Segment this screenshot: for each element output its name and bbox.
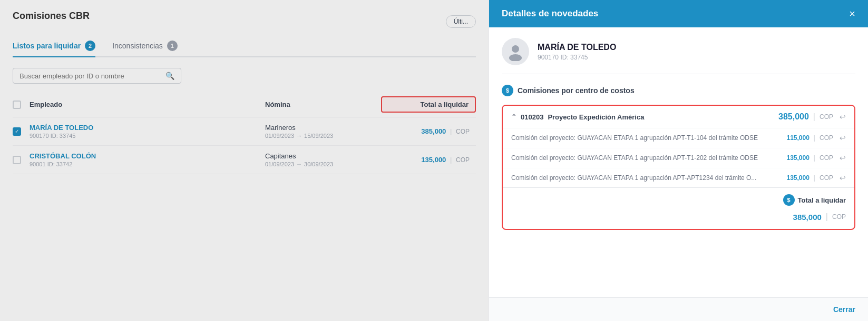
- row1-nomina-name: Marineros: [265, 124, 381, 132]
- drawer-total-currency: COP: [832, 213, 846, 220]
- row1-currency: COP: [456, 128, 470, 135]
- tabs-bar: Listos para liquidar 2 Inconsistencias 1: [13, 41, 476, 57]
- col-header-empleado: Empleado: [30, 101, 265, 108]
- search-input[interactable]: [19, 72, 161, 80]
- drawer-close-button[interactable]: ×: [849, 8, 855, 19]
- commission-amount-2: 135,000 | COP ↩: [786, 154, 846, 162]
- row2-currency: COP: [456, 156, 470, 164]
- drawer-header: Detalles de novedades ×: [489, 0, 868, 27]
- section-title: $ Comisiones por centro de costos: [502, 85, 855, 96]
- row2-amount: 135,000: [421, 156, 446, 164]
- table-row: MARÍA DE TOLEDO 900170 ID: 33745 Mariner…: [13, 117, 476, 146]
- commission-desc-1: Comisión del proyecto: GUAYACAN ETAPA 1 …: [511, 134, 786, 143]
- commission-revert-icon-1[interactable]: ↩: [840, 134, 846, 142]
- svg-point-0: [512, 45, 519, 53]
- row2-nomina-name: Capitanes: [265, 152, 381, 160]
- cost-center-box: ⌃ 010203 Proyecto Expedición América 385…: [502, 105, 855, 230]
- select-all-checkbox[interactable]: [13, 101, 21, 109]
- row1-checkbox[interactable]: [13, 127, 21, 136]
- commission-revert-icon-3[interactable]: ↩: [840, 174, 846, 182]
- table-header: Empleado Nómina Total a liquidar: [13, 92, 476, 117]
- drawer-total-amount: 385,000: [793, 213, 822, 222]
- row2-checkbox[interactable]: [13, 156, 21, 164]
- row1-employee-id: 900170 ID: 33745: [30, 133, 265, 139]
- section-title-text: Comisiones por centro de costos: [518, 86, 635, 95]
- tab-listos[interactable]: Listos para liquidar 2: [13, 41, 95, 57]
- cost-center-total-amount: 385,000 | COP ↩: [778, 112, 846, 122]
- collapse-chevron-icon[interactable]: ⌃: [511, 113, 516, 121]
- app-title: Comisiones CBR: [13, 11, 90, 22]
- employees-table: Empleado Nómina Total a liquidar MARÍA D…: [13, 92, 476, 174]
- drawer-employee-ids: 900170 ID: 33745: [538, 54, 616, 61]
- col-header-total: Total a liquidar: [381, 96, 476, 113]
- row2-nomina-dates: 01/09/2023 → 30/09/2023: [265, 161, 381, 167]
- commission-amount-3: 135,000 | COP ↩: [786, 174, 846, 182]
- cost-center-revert-icon[interactable]: ↩: [840, 113, 846, 121]
- col-header-nomina: Nómina: [265, 101, 381, 108]
- drawer-title: Detalles de novedades: [502, 8, 598, 19]
- row1-amount: 385,000: [421, 127, 446, 135]
- tab-listos-badge: 2: [85, 41, 95, 51]
- cost-center-name: Proyecto Expedición América: [548, 113, 644, 121]
- total-dollar-icon: $: [783, 194, 795, 206]
- avatar: [502, 38, 529, 65]
- left-panel: Comisiones CBR Últi... Listos para liqui…: [0, 0, 489, 321]
- footer-close-button[interactable]: Cerrar: [833, 305, 855, 314]
- commission-amount-1: 115,000 | COP ↩: [786, 134, 846, 142]
- drawer-employee-name: MARÍA DE TOLEDO: [538, 43, 616, 52]
- details-drawer: Detalles de novedades × MARÍA DE TOLEDO …: [489, 0, 868, 321]
- table-row: CRISTÓBAL COLÓN 90001 ID: 33742 Capitane…: [13, 146, 476, 174]
- commission-row: Comisión del proyecto: GUAYACAN ETAPA 1 …: [503, 168, 854, 188]
- commission-revert-icon-2[interactable]: ↩: [840, 154, 846, 162]
- row2-employee-id: 90001 ID: 33742: [30, 161, 265, 167]
- drawer-total-section: $ Total a liquidar: [503, 187, 854, 212]
- cost-center-header: ⌃ 010203 Proyecto Expedición América 385…: [503, 106, 854, 128]
- tab-inconsistencias[interactable]: Inconsistencias 1: [112, 41, 178, 57]
- drawer-employee-header: MARÍA DE TOLEDO 900170 ID: 33745: [502, 38, 855, 74]
- cost-center-code: 010203: [521, 113, 543, 121]
- tab-inconsistencias-badge: 1: [167, 41, 178, 51]
- ultimo-button[interactable]: Últi...: [446, 15, 476, 28]
- commission-desc-3: Comisión del proyecto: GUAYACAN ETAPA 1 …: [511, 174, 786, 183]
- drawer-footer: Cerrar: [489, 297, 868, 321]
- commission-desc-2: Comisión del proyecto: GUAYACAN ETAPA 1 …: [511, 154, 786, 163]
- search-bar: 🔍: [13, 68, 181, 84]
- row1-nomina-dates: 01/09/2023 → 15/09/2023: [265, 133, 381, 139]
- drawer-body: MARÍA DE TOLEDO 900170 ID: 33745 $ Comis…: [489, 27, 868, 297]
- drawer-total-amount-row: 385,000 | COP: [503, 212, 854, 229]
- commission-row: Comisión del proyecto: GUAYACAN ETAPA 1 …: [503, 128, 854, 148]
- row1-employee-name: MARÍA DE TOLEDO: [30, 124, 265, 132]
- commission-row: Comisión del proyecto: GUAYACAN ETAPA 1 …: [503, 148, 854, 168]
- section-dollar-icon: $: [502, 85, 513, 96]
- total-label-text: Total a liquidar: [798, 196, 846, 204]
- svg-point-1: [509, 54, 522, 61]
- row2-employee-name: CRISTÓBAL COLÓN: [30, 152, 265, 160]
- tab-inconsistencias-label: Inconsistencias: [112, 42, 163, 50]
- search-icon: 🔍: [165, 72, 174, 80]
- tab-listos-label: Listos para liquidar: [13, 42, 81, 50]
